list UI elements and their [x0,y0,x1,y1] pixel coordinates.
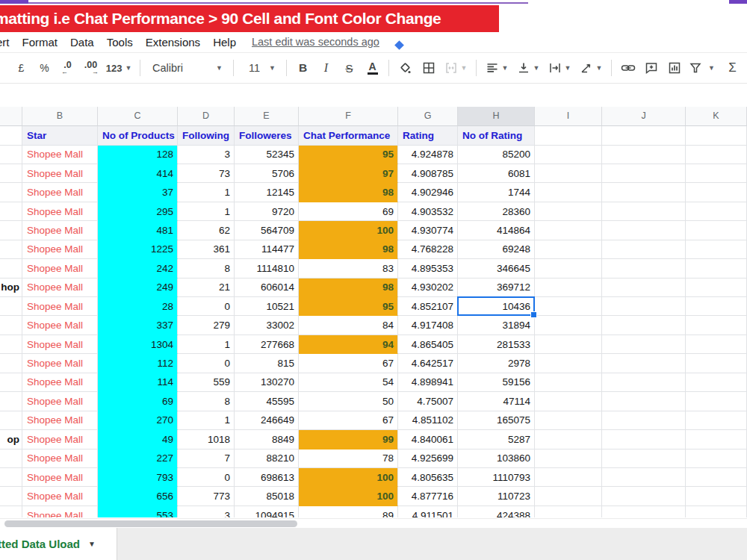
cell-chat-performance[interactable]: 98 [299,183,398,202]
cell-following[interactable]: 1 [178,202,235,221]
filter-button[interactable] [686,57,705,79]
header-cell-empty[interactable] [686,126,747,146]
cell-no-of-rating[interactable]: 47114 [458,392,535,411]
cell-no-of-rating[interactable]: 369712 [458,279,535,297]
cell-no-of-rating[interactable]: 5287 [458,430,535,449]
cell-no-of-rating[interactable]: 281533 [458,335,535,354]
cell-followers[interactable]: 45595 [235,392,299,411]
cell-following[interactable]: 361 [178,240,235,259]
cell-empty-i[interactable] [535,354,602,373]
insert-comment-button[interactable] [639,57,663,79]
cell-empty-k[interactable] [686,259,747,278]
cell-chat-performance[interactable]: 84 [299,316,398,335]
cell-followers[interactable]: 815 [235,354,299,373]
cell-empty-j[interactable] [602,468,686,487]
cell-following[interactable]: 3 [178,506,235,517]
cell-empty-k[interactable] [686,183,747,202]
cell-following[interactable]: 7 [178,449,235,468]
cell-rating[interactable]: 4.903532 [398,202,458,221]
cell-no-of-products[interactable]: 1225 [98,240,178,259]
cell-shop-name-fragment[interactable] [0,392,22,411]
cell-following[interactable]: 21 [178,279,235,297]
cell-shop-name-fragment[interactable] [0,449,22,468]
cell-rating[interactable]: 4.898941 [398,373,458,392]
cell-empty-j[interactable] [602,259,686,278]
number-format-button[interactable]: 123 ▼ [102,57,135,79]
col-header-J[interactable]: J [602,107,686,126]
cell-empty-k[interactable] [686,373,747,392]
cell-star[interactable]: Shopee Mall [22,430,98,449]
cell-star[interactable]: Shopee Mall [22,316,98,335]
col-header-I[interactable]: I [535,107,602,126]
cell-empty-j[interactable] [602,297,686,316]
cell-shop-name-fragment[interactable] [0,335,22,354]
cell-empty-i[interactable] [535,487,602,505]
cell-shop-name-fragment[interactable] [0,411,22,430]
cell-empty-j[interactable] [602,202,686,221]
cell-empty-j[interactable] [602,373,686,392]
cell-followers[interactable]: 88210 [235,449,299,468]
cell-empty-i[interactable] [535,430,602,449]
cell-star[interactable]: Shopee Mall [22,221,98,240]
cell-chat-performance[interactable]: 83 [299,259,398,278]
cell-empty-j[interactable] [602,279,686,297]
cell-empty-i[interactable] [535,221,602,240]
cell-following[interactable]: 73 [178,164,235,183]
menu-tools[interactable]: Tools [107,36,133,49]
cell-rating[interactable]: 4.911501 [398,506,458,517]
cell-shop-name-fragment[interactable] [0,468,22,487]
cell-empty-i[interactable] [535,411,602,430]
chevron-down-icon[interactable]: ▼ [708,64,715,72]
cell-following[interactable]: 1 [178,335,235,354]
cell-followers[interactable]: 5706 [235,164,299,183]
cell-no-of-products[interactable]: 414 [98,164,178,183]
cell-followers[interactable]: 114477 [235,240,299,259]
header-cell-rating[interactable]: Rating [398,126,458,146]
cell-chat-performance[interactable]: 50 [299,392,398,411]
cell-following[interactable]: 773 [178,487,235,505]
cell-no-of-products[interactable]: 69 [98,392,178,411]
cell-star[interactable]: Shopee Mall [22,335,98,354]
font-name-select[interactable]: Calibri ▼ [145,57,229,79]
vertical-align-button[interactable]: ▼ [512,57,544,79]
cell-following[interactable]: 8 [178,392,235,411]
cell-empty-k[interactable] [686,202,747,221]
col-header-K[interactable]: K [686,107,747,126]
text-wrap-button[interactable]: ▼ [544,57,575,79]
horizontal-scrollbar-track[interactable] [0,518,747,528]
font-size-select[interactable]: 11 ▼ [238,57,282,79]
header-cell-a[interactable] [0,126,22,146]
cell-empty-k[interactable] [686,164,747,183]
cell-empty-j[interactable] [602,164,686,183]
cell-empty-i[interactable] [535,183,602,202]
sheet-tab-menu-icon[interactable]: ▼ [88,540,96,548]
cell-no-of-rating[interactable]: 59156 [458,373,535,392]
col-header-B[interactable]: B [22,107,98,126]
cell-following[interactable]: 1018 [178,430,235,449]
cell-following[interactable]: 279 [178,316,235,335]
cell-empty-j[interactable] [602,240,686,259]
cell-empty-j[interactable] [602,183,686,202]
cell-star[interactable]: Shopee Mall [22,297,98,316]
col-header-H[interactable]: H [458,107,535,126]
header-cell-empty[interactable] [602,126,686,146]
cell-rating[interactable]: 4.924878 [398,146,458,164]
cell-rating[interactable]: 4.840061 [398,430,458,449]
cell-chat-performance[interactable]: 98 [299,279,398,297]
cell-empty-j[interactable] [602,411,686,430]
cell-chat-performance[interactable]: 94 [299,335,398,354]
cell-shop-name-fragment[interactable] [0,202,22,221]
cell-chat-performance[interactable]: 99 [299,430,398,449]
increase-decimal-button[interactable]: .00 → [79,57,102,79]
cell-no-of-rating[interactable]: 424388 [458,506,535,517]
cell-no-of-products[interactable]: 481 [98,221,178,240]
cell-empty-k[interactable] [686,430,747,449]
functions-button[interactable]: Σ [721,57,744,79]
cell-following[interactable]: 3 [178,146,235,164]
currency-format-button[interactable]: £ [10,57,33,79]
cell-empty-i[interactable] [535,279,602,297]
cell-star[interactable]: Shopee Mall [22,373,98,392]
cell-empty-k[interactable] [686,279,747,297]
cell-chat-performance[interactable]: 95 [299,146,398,164]
cell-followers[interactable]: 606014 [235,279,299,297]
